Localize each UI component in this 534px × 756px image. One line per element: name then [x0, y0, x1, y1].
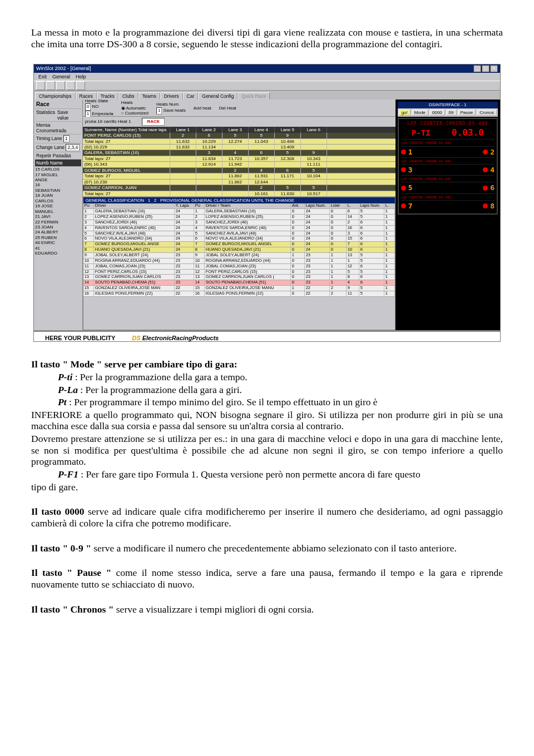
digits-button[interactable]: 0000 — [429, 110, 445, 116]
ds-header: LAP COUNTER-CHRONO DS-400 — [401, 121, 495, 126]
stats-label[interactable]: Statistics — [36, 110, 55, 121]
menu-exit[interactable]: Exit — [38, 74, 47, 80]
p-0000: Il tasto 0000 serve ad indicare quale ci… — [31, 506, 503, 529]
p-chronos: Il tasto " Chronos " serve a visualizzar… — [31, 604, 503, 615]
pla-line: P-La : Per la programmazione della gara … — [31, 384, 503, 396]
race-grid: FONT PERIZ, CARLOS (15)26559Total laps: … — [83, 133, 395, 197]
num-button[interactable]: 09 — [446, 110, 457, 116]
sidebar-item: Repetir Pasadas — [35, 152, 81, 160]
tab-teams[interactable]: Teams — [139, 92, 160, 100]
app-title: WinSlot 2002 - [General] — [36, 66, 91, 72]
ds-time: 0.03.0 — [452, 128, 484, 138]
toolbar — [34, 81, 500, 91]
save-label[interactable]: Save value — [57, 110, 80, 121]
toolbar-btn[interactable] — [46, 81, 55, 90]
menu-general[interactable]: General — [52, 74, 70, 80]
tab-quickrace: Quick Race — [238, 92, 270, 100]
left-sidebar: Race Statistics Save value Mensa Cronome… — [34, 100, 83, 330]
p-09: Il tasto " 0-9 " serve a modificare il n… — [31, 543, 503, 554]
pti-line: P-ti : Per la programmazione della gara … — [31, 371, 503, 383]
race-label: Race — [35, 101, 81, 109]
tab-drivers[interactable]: Drivers — [160, 92, 183, 100]
intro-paragraph: La messa in moto e la programmazione dei… — [31, 27, 503, 49]
sidebar-item: Mensa Cronometrada — [35, 122, 81, 135]
ds-title: DSINTERFACE - 1 — [398, 102, 498, 108]
p-pause: Il tasto " Pause " come il nome stesso i… — [31, 567, 503, 590]
grid-header: Surname, Name (Number) Total race laps L… — [83, 127, 395, 133]
classification-panel: GENERAL CLASSIFICATION 1 2 PROVISIONAL G… — [83, 197, 395, 330]
toolbar-btn[interactable] — [56, 81, 65, 90]
add-heat-btn[interactable]: Add heat — [194, 106, 211, 111]
menu-help[interactable]: Help — [76, 74, 86, 80]
pt-line: Pt : Per programmare il tempo minimo del… — [31, 396, 503, 408]
sidebar-item: Change Lane 2,3,4 — [35, 143, 81, 152]
winslot-screenshot: WinSlot 2002 - [General] _ □ × Exit Gene… — [33, 64, 501, 342]
screenshot-footer: HERE YOUR PUBLICITY DS ElectronicRacingP… — [34, 330, 500, 342]
tab-championships[interactable]: Championships — [35, 92, 76, 100]
pt-cont2: Dovremo prestare attenzione se si utiliz… — [31, 433, 503, 467]
pause-button[interactable]: Pause — [458, 110, 476, 116]
toolbar-btn[interactable] — [76, 81, 85, 90]
close-icon[interactable]: × — [490, 65, 498, 72]
tab-config[interactable]: General Config — [198, 92, 238, 100]
tab-clubs[interactable]: Clubs — [118, 92, 139, 100]
del-heat-btn[interactable]: Del Heat — [219, 106, 236, 111]
toolbar-btn[interactable] — [66, 81, 75, 90]
heats-panel: Heats State 0 NO 1 Empezada Heats ◉ Auto… — [83, 100, 395, 117]
mode-button[interactable]: Mode — [412, 110, 428, 116]
maximize-icon[interactable]: □ — [482, 65, 490, 72]
toolbar-btn[interactable] — [36, 81, 45, 90]
ds-pti: P-TI — [412, 128, 431, 138]
pt-cont: INFERIORE a quello programmato qui, NON … — [31, 409, 503, 432]
minimize-icon[interactable]: _ — [473, 65, 481, 72]
go-button[interactable]: go! — [399, 110, 411, 116]
driver-list: 15 CARLOS 17 MIGUEL ANGE 16 SEBASTIAN 18… — [35, 167, 60, 256]
tab-car[interactable]: Car — [183, 92, 199, 100]
publicity-text: HERE YOUR PUBLICITY — [45, 335, 115, 342]
sidebar-header: Numb Name — [35, 160, 81, 167]
ds-interface-panel: DSINTERFACE - 1 go! Mode 0000 09 Pause C… — [395, 100, 500, 330]
sidebar-item: Timing Lane 1 — [35, 135, 81, 143]
race-title: proba 16 carrills Heat 1 — [85, 119, 131, 124]
mode-intro: Il tasto " Mode " serve per cambiare tip… — [31, 359, 503, 370]
menubar: Exit General Help — [34, 73, 500, 81]
cronos-button[interactable]: Cronos — [477, 110, 497, 116]
window-titlebar: WinSlot 2002 - [General] _ □ × — [34, 64, 500, 73]
race-badge: RACE — [142, 118, 165, 125]
pf1-line: P-F1 : Per fare gare tipo Formula 1. Que… — [31, 469, 503, 480]
pf1-cont: tipo di gare. — [31, 481, 503, 493]
